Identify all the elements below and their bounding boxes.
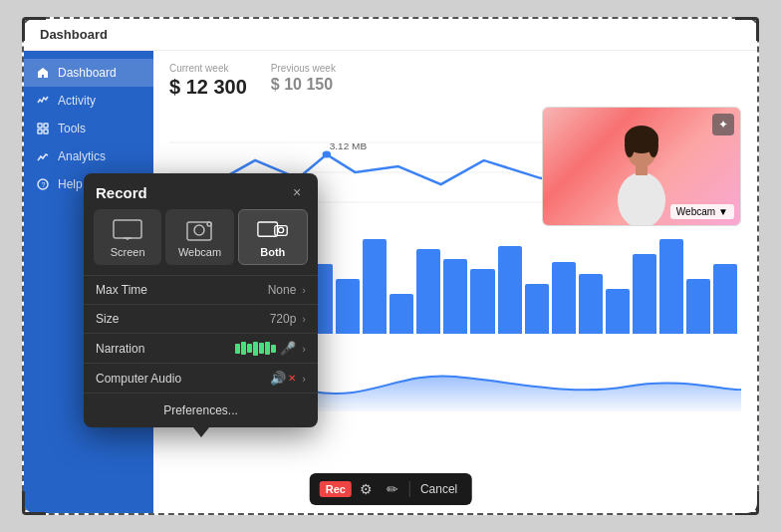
max-time-chevron: ›	[302, 284, 306, 296]
svg-point-22	[207, 222, 211, 226]
sidebar-item-tools[interactable]: Tools	[24, 115, 153, 142]
bar-15	[579, 274, 603, 334]
svg-rect-3	[44, 130, 48, 133]
narration-bar-2	[241, 342, 246, 355]
corner-tr	[735, 17, 759, 41]
svg-point-9	[323, 150, 332, 157]
bar-17	[633, 254, 656, 334]
tools-icon	[36, 122, 50, 135]
bar-16	[606, 289, 630, 334]
record-dialog-title: Record	[96, 184, 147, 201]
sidebar-item-analytics[interactable]: Analytics	[24, 142, 153, 170]
svg-rect-2	[38, 130, 42, 133]
svg-rect-17	[114, 220, 141, 238]
svg-rect-1	[44, 124, 48, 128]
rec-badge: Rec	[320, 481, 352, 497]
bar-20	[713, 264, 737, 334]
narration-bar-1	[235, 344, 240, 354]
svg-rect-16	[636, 163, 648, 175]
sidebar-item-activity[interactable]: Activity	[24, 87, 153, 115]
webcam-mode-icon	[183, 218, 215, 242]
current-week-value: $ 12 300	[169, 76, 247, 99]
webcam-toolbar: Webcam ▼	[670, 204, 734, 219]
narration-level-bars	[235, 342, 276, 356]
speaker-icon: 🔊	[270, 371, 286, 386]
home-icon	[36, 66, 50, 80]
narration-bar-4	[253, 342, 258, 356]
screen-icon	[112, 218, 143, 242]
settings-button[interactable]: ⚙	[356, 478, 378, 500]
toolbar-divider	[409, 481, 410, 497]
webcam-label: Webcam	[676, 206, 715, 217]
both-mode-button[interactable]: Both	[238, 209, 308, 265]
analytics-icon	[36, 149, 50, 163]
corner-bl	[22, 491, 46, 515]
svg-point-21	[194, 225, 204, 235]
narration-row[interactable]: Narration 🎤 ›	[84, 333, 318, 363]
svg-point-15	[618, 172, 665, 225]
max-time-value: None	[268, 283, 297, 297]
help-icon: ?	[36, 177, 50, 191]
preferences-row[interactable]: Preferences...	[84, 393, 318, 427]
close-button[interactable]: ×	[288, 183, 306, 201]
webcam-chevron: ▼	[718, 206, 728, 217]
svg-point-13	[625, 133, 635, 157]
narration-bar-6	[265, 342, 270, 355]
bar-18	[659, 239, 683, 334]
dashboard-header: Dashboard	[24, 19, 757, 51]
svg-rect-0	[38, 124, 42, 128]
webcam-overlay: ✦ Webcam ▼	[542, 107, 741, 226]
record-mode-row: Screen Webcam Both	[84, 209, 318, 275]
x-mark-icon: ✕	[288, 373, 296, 384]
record-dialog: Record × Screen	[84, 173, 318, 427]
bottom-toolbar: Rec ⚙ ✏ Cancel	[310, 473, 472, 505]
current-week-label: Current week	[169, 63, 247, 74]
bar-11	[470, 269, 494, 334]
bar-6	[336, 279, 360, 334]
wand-button[interactable]: ✦	[712, 114, 734, 135]
narration-bar-7	[271, 345, 276, 353]
activity-icon	[36, 94, 50, 108]
edit-button[interactable]: ✏	[382, 478, 403, 500]
dashboard-title: Dashboard	[40, 27, 108, 42]
computer-audio-row[interactable]: Computer Audio 🔊 ✕ ›	[84, 363, 318, 393]
webcam-mode-button[interactable]: Webcam	[165, 209, 233, 265]
previous-week-stat: Previous week $ 10 150	[271, 63, 336, 99]
preferences-label: Preferences...	[163, 403, 238, 417]
svg-point-14	[649, 133, 658, 157]
svg-text:?: ?	[42, 181, 46, 188]
stats-row: Current week $ 12 300 Previous week $ 10…	[169, 63, 741, 99]
size-chevron: ›	[302, 313, 306, 325]
narration-chevron: ›	[302, 343, 306, 355]
size-row[interactable]: Size 720p ›	[84, 304, 318, 333]
svg-text:3.12 MB: 3.12 MB	[330, 142, 367, 151]
both-mode-label: Both	[260, 246, 285, 258]
sidebar-item-dashboard[interactable]: Dashboard	[24, 59, 153, 87]
cancel-button[interactable]: Cancel	[416, 482, 461, 496]
max-time-row[interactable]: Max Time None ›	[84, 275, 318, 304]
computer-audio-label: Computer Audio	[96, 372, 270, 386]
narration-label: Narration	[96, 342, 235, 356]
close-icon: ×	[293, 184, 301, 200]
bar-10	[443, 259, 467, 334]
screen-mode-button[interactable]: Screen	[94, 209, 161, 265]
both-mode-icon	[257, 218, 289, 242]
narration-bar-3	[247, 344, 252, 353]
webcam-label-btn[interactable]: Webcam ▼	[670, 204, 734, 219]
narration-bar-5	[259, 343, 264, 354]
bar-19	[686, 279, 710, 334]
svg-point-25	[278, 227, 283, 232]
screen-capture-frame: Dashboard Dashboard Activity	[22, 17, 759, 515]
record-dialog-header: Record ×	[84, 173, 318, 209]
dialog-pointer	[193, 427, 209, 437]
corner-tl	[22, 17, 46, 41]
bar-8	[390, 294, 413, 334]
bar-12	[498, 246, 522, 334]
size-label: Size	[96, 312, 270, 326]
max-time-label: Max Time	[96, 283, 268, 297]
current-week-stat: Current week $ 12 300	[169, 63, 247, 99]
bar-14	[552, 262, 576, 334]
bar-9	[416, 249, 440, 334]
computer-audio-chevron: ›	[302, 373, 306, 385]
screen-mode-label: Screen	[111, 246, 145, 258]
